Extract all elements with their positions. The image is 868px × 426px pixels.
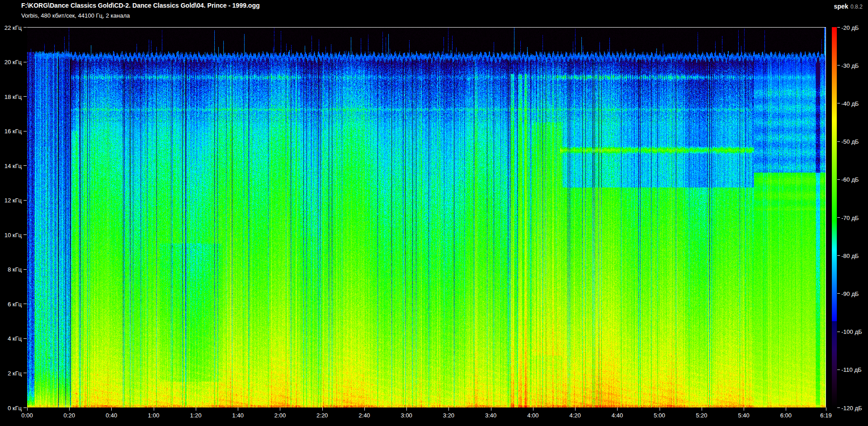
time-tick xyxy=(786,407,786,411)
freq-tick-label: 6 кГц xyxy=(0,300,22,307)
freq-tick xyxy=(24,200,27,201)
time-tick xyxy=(448,407,449,411)
db-tick xyxy=(837,407,840,408)
app-brand: spek0.8.2 xyxy=(834,2,863,10)
time-tick xyxy=(406,407,407,411)
db-tick-label: -50 дБ xyxy=(841,138,859,145)
file-path-title: F:\KORG\Dance Classics Gold\CD-2. Dance … xyxy=(21,2,260,9)
time-tick xyxy=(744,407,744,411)
spek-window: F:\KORG\Dance Classics Gold\CD-2. Dance … xyxy=(0,0,868,426)
db-tick-label: -100 дБ xyxy=(841,328,862,335)
db-tick xyxy=(837,27,840,28)
time-tick-label: 6:19 xyxy=(820,412,831,419)
time-tick-label: 3:00 xyxy=(401,412,412,419)
db-tick-label: -80 дБ xyxy=(841,252,859,259)
time-tick-label: 5:40 xyxy=(738,412,750,419)
time-tick-label: 2:40 xyxy=(359,412,370,419)
freq-tick xyxy=(24,407,27,408)
time-tick-label: 2:20 xyxy=(316,412,328,419)
db-tick xyxy=(837,179,840,180)
time-tick-label: 4:40 xyxy=(612,412,623,419)
freq-tick-label: 14 кГц xyxy=(0,162,22,169)
db-tick xyxy=(837,141,840,142)
time-tick-label: 0:00 xyxy=(21,412,33,419)
app-version: 0.8.2 xyxy=(850,4,863,10)
db-tick-label: -30 дБ xyxy=(841,62,859,69)
time-tick xyxy=(111,407,112,411)
time-tick xyxy=(660,407,660,411)
spectrogram-canvas xyxy=(27,27,826,407)
freq-tick-label: 16 кГц xyxy=(0,128,22,135)
freq-tick xyxy=(24,373,27,373)
db-tick-label: -90 дБ xyxy=(841,290,859,297)
freq-tick xyxy=(24,234,27,235)
time-tick xyxy=(322,407,323,411)
freq-tick-label: 18 кГц xyxy=(0,93,22,100)
db-tick-label: -20 дБ xyxy=(841,24,859,31)
db-tick xyxy=(837,217,840,218)
time-tick-label: 0:40 xyxy=(106,412,117,419)
freq-tick xyxy=(24,269,27,270)
db-tick xyxy=(837,293,840,294)
app-name: spek xyxy=(834,3,848,10)
time-tick xyxy=(575,407,576,411)
time-tick-label: 4:20 xyxy=(570,412,581,419)
time-tick xyxy=(196,407,196,411)
freq-tick-label: 8 кГц xyxy=(0,266,22,273)
freq-tick-label: 2 кГц xyxy=(0,370,22,376)
time-tick-label: 6:00 xyxy=(780,412,792,419)
time-tick xyxy=(280,407,280,411)
stream-info: Vorbis, 480 кбит/сек, 44100 Гц, 2 канала xyxy=(21,12,130,19)
time-tick-label: 4:00 xyxy=(527,412,538,419)
db-tick-label: -40 дБ xyxy=(841,100,859,107)
time-tick xyxy=(238,407,238,411)
freq-tick-label: 22 кГц xyxy=(0,24,22,31)
db-tick xyxy=(837,65,840,66)
time-tick-label: 5:00 xyxy=(654,412,665,419)
time-tick-label: 1:40 xyxy=(232,412,244,419)
time-tick xyxy=(826,407,826,411)
freq-tick-label: 12 кГц xyxy=(0,197,22,204)
time-tick xyxy=(617,407,618,411)
time-tick xyxy=(27,407,28,411)
db-tick-label: -60 дБ xyxy=(841,176,859,183)
freq-tick xyxy=(24,131,27,131)
freq-tick-label: 4 кГц xyxy=(0,335,22,342)
db-tick xyxy=(837,332,840,332)
time-tick-label: 3:20 xyxy=(443,412,454,419)
colorbar-gradient xyxy=(832,27,837,407)
freq-tick xyxy=(24,96,27,97)
db-tick xyxy=(837,255,840,256)
db-tick-label: -110 дБ xyxy=(841,366,862,373)
freq-tick-label: 20 кГц xyxy=(0,59,22,66)
time-tick-label: 1:00 xyxy=(148,412,159,419)
time-tick-label: 2:00 xyxy=(274,412,286,419)
time-tick-label: 3:40 xyxy=(485,412,496,419)
db-tick-label: -120 дБ xyxy=(841,404,862,411)
time-tick xyxy=(154,407,154,411)
freq-tick xyxy=(24,62,27,62)
time-tick xyxy=(491,407,491,411)
freq-tick xyxy=(24,27,27,28)
db-tick xyxy=(837,103,840,103)
freq-tick-label: 0 кГц xyxy=(0,404,22,411)
freq-tick-label: 10 кГц xyxy=(0,231,22,238)
time-tick xyxy=(533,407,533,411)
db-tick xyxy=(837,370,840,370)
freq-tick xyxy=(24,338,27,339)
time-tick-label: 1:20 xyxy=(190,412,201,419)
db-tick-label: -70 дБ xyxy=(841,214,859,221)
time-tick xyxy=(69,407,70,411)
time-tick xyxy=(364,407,365,411)
freq-tick xyxy=(24,304,27,304)
time-tick xyxy=(702,407,702,411)
time-tick-label: 5:20 xyxy=(696,412,707,419)
time-tick-label: 0:20 xyxy=(64,412,75,419)
freq-tick xyxy=(24,165,27,166)
